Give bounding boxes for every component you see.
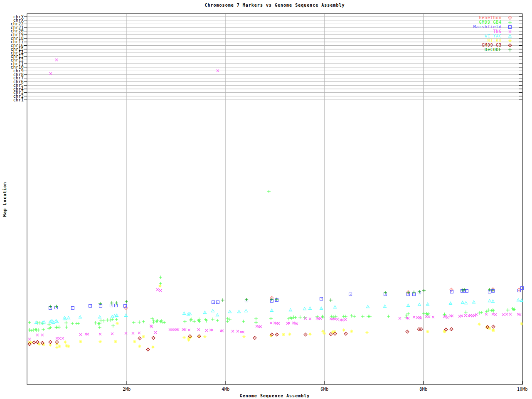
scatter-point — [32, 341, 36, 344]
scatter-point — [187, 338, 190, 342]
y-axis-chromosome-label: chr1 — [0, 98, 24, 102]
scatter-point — [428, 315, 430, 318]
legend-label: Marshfield — [439, 25, 502, 29]
scatter-point — [171, 328, 173, 331]
scatter-point — [488, 327, 491, 330]
scatter-point — [521, 287, 524, 290]
scatter-point — [254, 317, 258, 320]
scatter-point — [422, 312, 426, 315]
scatter-point — [138, 332, 140, 334]
scatter-point — [102, 319, 106, 323]
series-wi-rh — [28, 284, 523, 349]
scatter-point — [275, 333, 278, 336]
scatter-point — [242, 331, 244, 333]
scatter-point — [296, 323, 298, 325]
scatter-point — [464, 314, 467, 317]
scatter-point — [79, 315, 81, 318]
legend-marker-open-square-icon — [502, 25, 518, 29]
scatter-point — [509, 30, 511, 33]
scatter-point — [520, 299, 523, 301]
scatter-point — [406, 304, 409, 306]
scatter-point — [426, 330, 429, 333]
scatter-point — [99, 305, 102, 308]
scatter-point — [41, 334, 44, 336]
scatter-point — [108, 318, 112, 322]
scatter-point — [517, 313, 520, 315]
scatter-point — [508, 44, 512, 47]
scatter-point — [480, 311, 483, 314]
scatter-point — [318, 318, 320, 320]
scatter-point — [270, 298, 273, 301]
scatter-point — [517, 298, 520, 301]
scatter-point — [220, 330, 222, 332]
scatter-point — [86, 333, 89, 335]
scatter-point — [399, 317, 401, 320]
scatter-point — [62, 337, 64, 340]
scatter-point — [464, 301, 467, 304]
scatter-point — [150, 325, 153, 328]
scatter-point — [517, 288, 521, 291]
scatter-point — [146, 348, 150, 351]
scatter-point — [519, 313, 521, 316]
scatter-point — [37, 328, 40, 332]
scatter-point — [116, 322, 119, 325]
scatter-point — [150, 317, 154, 320]
legend-label: Genethon — [439, 15, 502, 20]
scatter-point — [426, 303, 429, 305]
scatter-point — [478, 323, 481, 326]
scatter-point — [159, 276, 162, 279]
scatter-point — [443, 313, 446, 316]
scatter-point — [350, 330, 353, 333]
scatter-point — [505, 313, 508, 315]
scatter-point — [221, 298, 224, 302]
scatter-point — [89, 305, 92, 308]
scatter-point — [344, 315, 347, 318]
scatter-point — [133, 340, 136, 343]
scatter-point — [189, 318, 192, 322]
scatter-point — [344, 318, 347, 321]
scatter-point — [158, 284, 162, 288]
scatter-point — [254, 321, 258, 324]
scatter-point — [124, 314, 127, 316]
scatter-point — [173, 328, 175, 331]
scatter-point — [28, 321, 31, 324]
scatter-point — [232, 330, 234, 332]
scatter-point — [509, 313, 512, 315]
scatter-point — [203, 311, 206, 313]
legend-marker-x-icon — [502, 29, 518, 34]
scatter-point — [111, 318, 114, 321]
scatter-point — [494, 313, 497, 316]
scatter-point — [334, 318, 336, 320]
scatter-point — [151, 345, 155, 349]
scatter-point — [169, 328, 171, 331]
scatter-point — [450, 328, 453, 331]
scatter-point — [303, 307, 306, 310]
scatter-point — [79, 340, 82, 343]
legend-row: GM99 G3 — [439, 43, 518, 47]
scatter-point — [508, 48, 512, 52]
scatter-point — [329, 298, 332, 302]
scatter-point — [99, 340, 102, 343]
scatter-point — [485, 313, 488, 315]
legend-marker-open-triangle-icon — [502, 34, 518, 38]
scatter-point — [226, 320, 229, 323]
scatter-point — [183, 320, 187, 323]
scatter-point — [418, 303, 421, 305]
scatter-point — [488, 299, 491, 302]
scatter-point — [508, 21, 512, 24]
scatter-point — [216, 319, 219, 322]
legend-label: GM99 GB4 — [439, 20, 502, 25]
scatter-point — [64, 340, 67, 344]
scatter-point — [42, 328, 45, 331]
scatter-point — [319, 317, 322, 320]
scatter-point — [253, 336, 256, 340]
legend-row: WI YAC — [439, 34, 518, 38]
scatter-point — [365, 331, 369, 334]
scatter-point — [190, 318, 193, 321]
series-marshfield — [49, 287, 524, 310]
scatter-point — [115, 314, 118, 316]
scatter-point — [292, 322, 295, 324]
scatter-point — [138, 320, 141, 324]
scatter-point — [270, 322, 272, 324]
scatter-point — [30, 329, 33, 332]
